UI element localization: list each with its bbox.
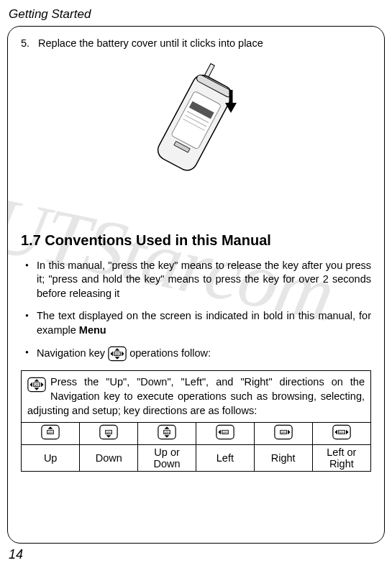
svg-text:WIFI: WIFI bbox=[106, 431, 111, 434]
directions-desc-text: Press the "Up", "Down", "Left", and "Rig… bbox=[27, 376, 365, 416]
nav-key-icon: WIFI bbox=[108, 346, 127, 362]
bold-word: Menu bbox=[79, 324, 106, 336]
step-number: 5. bbox=[21, 37, 35, 51]
svg-text:WIFI: WIFI bbox=[339, 431, 344, 434]
bullet-text: In this manual, "press the key" means to… bbox=[37, 260, 371, 299]
dir-label-updown: Up or Down bbox=[138, 444, 196, 471]
svg-text:WIFI: WIFI bbox=[48, 431, 53, 434]
bullet-list: In this manual, "press the key" means to… bbox=[21, 259, 371, 362]
svg-text:WIFI: WIFI bbox=[281, 431, 286, 434]
svg-text:WIFI: WIFI bbox=[34, 384, 39, 387]
phone-figure bbox=[21, 60, 371, 189]
step-5: 5. Replace the battery cover until it cl… bbox=[21, 37, 371, 51]
bullet-text: operations follow: bbox=[127, 347, 211, 359]
step-text: Replace the battery cover until it click… bbox=[38, 37, 263, 49]
bullet-item: Navigation key WIFI operations follow: bbox=[24, 346, 371, 362]
nav-key-up-icon: WIFI bbox=[22, 423, 80, 444]
nav-key-icon: WIFI bbox=[27, 377, 46, 393]
nav-key-left-icon: WIFI bbox=[196, 423, 254, 444]
dir-label-leftright: Left or Right bbox=[312, 444, 370, 471]
svg-text:WIFI: WIFI bbox=[114, 353, 119, 356]
directions-description: WIFI Press the "Up", "Down", "Left", and… bbox=[22, 371, 370, 423]
bullet-item: In this manual, "press the key" means to… bbox=[24, 259, 371, 301]
running-header: Getting Started bbox=[0, 0, 392, 26]
section-heading: 1.7 Conventions Used in this Manual bbox=[21, 232, 371, 249]
bullet-item: The text displayed on the screen is indi… bbox=[24, 309, 371, 337]
svg-text:WIFI: WIFI bbox=[164, 431, 169, 434]
nav-key-right-icon: WIFI bbox=[254, 423, 312, 444]
nav-key-updown-icon: WIFI bbox=[138, 423, 196, 444]
dir-label-up: Up bbox=[22, 444, 80, 471]
nav-key-down-icon: WIFI bbox=[80, 423, 138, 444]
phone-illustration bbox=[139, 60, 254, 189]
content-frame: UTStarcom 5. Replace the battery cover u… bbox=[7, 26, 385, 544]
dir-label-right: Right bbox=[254, 444, 312, 471]
page-number: 14 bbox=[9, 547, 23, 562]
svg-text:WIFI: WIFI bbox=[222, 431, 227, 434]
nav-key-leftright-icon: WIFI bbox=[312, 423, 370, 444]
bullet-text: Navigation key bbox=[37, 347, 108, 359]
directions-table: WIFI Press the "Up", "Down", "Left", and… bbox=[21, 370, 371, 471]
dir-label-down: Down bbox=[80, 444, 138, 471]
dir-label-left: Left bbox=[196, 444, 254, 471]
